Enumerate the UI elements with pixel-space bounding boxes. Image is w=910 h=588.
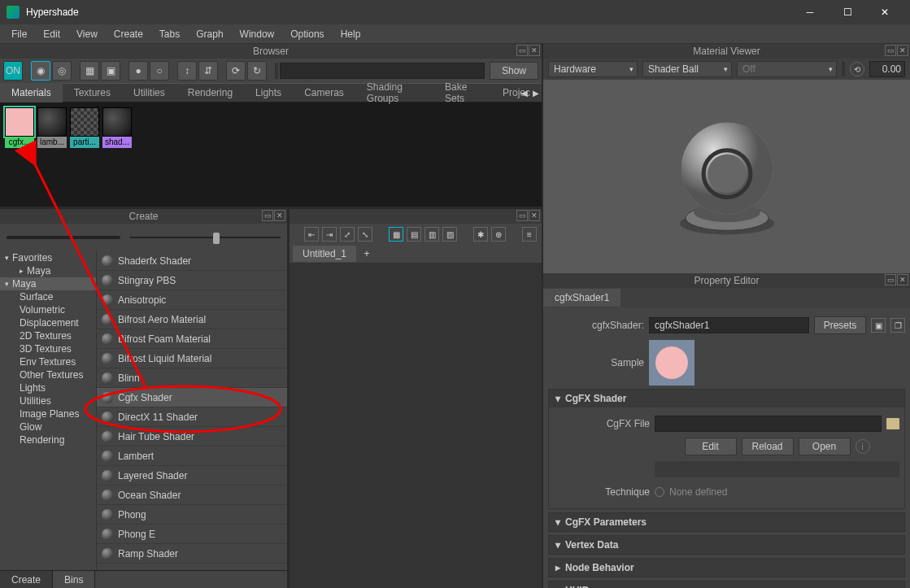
shader-item[interactable]: Hair Tube Shader bbox=[97, 427, 287, 446]
tree-item[interactable]: Other Textures bbox=[0, 368, 96, 381]
tab-textures[interactable]: Textures bbox=[63, 83, 122, 102]
section-node-behavior[interactable]: ▸Node Behavior bbox=[549, 559, 904, 577]
close-button[interactable]: ✕ bbox=[866, 0, 903, 24]
show-button[interactable]: Show bbox=[490, 62, 538, 80]
panel-undock-icon[interactable]: ▭ bbox=[885, 274, 896, 285]
panel-close-icon[interactable]: ✕ bbox=[897, 274, 908, 285]
tab-rendering[interactable]: Rendering bbox=[176, 83, 244, 102]
layout-1-icon[interactable]: ▦ bbox=[389, 227, 403, 242]
panel-undock-icon[interactable]: ▭ bbox=[885, 45, 896, 56]
shader-item[interactable]: Layered Shader bbox=[97, 466, 287, 486]
grid-small-icon[interactable]: ▦ bbox=[80, 61, 99, 81]
menu-window[interactable]: Window bbox=[232, 24, 283, 44]
panel-undock-icon[interactable]: ▭ bbox=[516, 45, 528, 56]
shader-item[interactable]: Cgfx Shader bbox=[97, 388, 287, 407]
tree-item[interactable]: 3D Textures bbox=[0, 342, 96, 355]
tree-item[interactable]: ▾Favorites bbox=[0, 251, 96, 264]
swatch-thumb[interactable] bbox=[70, 107, 99, 137]
swatch-particle[interactable]: parti... bbox=[70, 107, 99, 148]
connect-icon[interactable]: ⊕ bbox=[491, 227, 506, 242]
sphere-light-icon[interactable]: ○ bbox=[150, 61, 169, 81]
toggle-on-icon[interactable]: ON bbox=[3, 61, 23, 81]
shader-item[interactable]: DirectX 11 Shader bbox=[97, 407, 287, 427]
tree-item[interactable]: Utilities bbox=[0, 394, 96, 407]
shader-item[interactable]: Phong E bbox=[97, 525, 287, 544]
shader-item[interactable]: Shaderfx Shader bbox=[97, 251, 287, 271]
panel-undock-icon[interactable]: ▭ bbox=[262, 210, 273, 221]
tree-item[interactable]: ▾Maya bbox=[0, 277, 96, 290]
node-graph-area[interactable] bbox=[290, 263, 542, 588]
tab-bake-sets[interactable]: Bake Sets bbox=[433, 83, 491, 102]
tab-materials[interactable]: Materials bbox=[0, 83, 63, 102]
tree-item[interactable]: 2D Textures bbox=[0, 329, 96, 342]
size-slider[interactable] bbox=[130, 231, 281, 244]
panel-undock-icon[interactable]: ▭ bbox=[516, 210, 528, 221]
material-viewer[interactable] bbox=[543, 80, 910, 273]
tree-item[interactable]: Surface bbox=[0, 290, 96, 303]
menu-edit[interactable]: Edit bbox=[35, 24, 68, 44]
exposure-value[interactable]: 0.00 bbox=[869, 61, 905, 77]
open-button[interactable]: Open bbox=[799, 438, 851, 455]
reset-camera-icon[interactable]: ⟲ bbox=[850, 62, 864, 76]
section-cgfx-parameters[interactable]: ▾CgFX Parameters bbox=[549, 513, 904, 531]
grid-large-icon[interactable]: ▣ bbox=[101, 61, 120, 81]
tree-item[interactable]: Image Planes bbox=[0, 407, 96, 420]
copy-tab-icon[interactable]: ❐ bbox=[890, 318, 905, 333]
tree-item[interactable]: Lights bbox=[0, 381, 96, 394]
menu-tabs[interactable]: Tabs bbox=[151, 24, 188, 44]
tab-utilities[interactable]: Utilities bbox=[122, 83, 176, 102]
renderer-dropdown[interactable]: Hardware bbox=[548, 61, 638, 77]
add-node-icon[interactable]: ✱ bbox=[473, 227, 488, 242]
section-vertex-data[interactable]: ▾Vertex Data bbox=[549, 536, 904, 554]
sample-swatch[interactable] bbox=[649, 340, 694, 385]
info-icon[interactable]: i bbox=[856, 439, 870, 454]
shader-item[interactable]: Blinn bbox=[97, 368, 287, 388]
swatch-thumb[interactable] bbox=[37, 107, 67, 137]
menu-graph[interactable]: Graph bbox=[188, 24, 231, 44]
tree-item[interactable]: ▸Maya bbox=[0, 264, 96, 277]
panel-close-icon[interactable]: ✕ bbox=[897, 45, 908, 56]
section-cgfx-shader[interactable]: ▾CgFX Shader bbox=[549, 390, 904, 407]
presets-button[interactable]: Presets bbox=[814, 316, 866, 334]
swatch-thumb[interactable] bbox=[5, 107, 34, 137]
swatch-thumb[interactable] bbox=[102, 107, 132, 137]
section-uuid[interactable]: ▸UUID bbox=[549, 581, 904, 588]
shader-item[interactable]: Lambert bbox=[97, 446, 287, 466]
shader-item[interactable]: Phong bbox=[97, 505, 287, 525]
slider-knob-icon[interactable] bbox=[213, 233, 220, 244]
swatch-shader[interactable]: shad... bbox=[102, 107, 132, 148]
tree-item[interactable]: Rendering bbox=[0, 433, 96, 446]
shader-item[interactable]: Ramp Shader bbox=[97, 544, 287, 564]
edit-button[interactable]: Edit bbox=[685, 438, 737, 455]
add-tab-button[interactable]: + bbox=[359, 246, 374, 261]
menu-options[interactable]: Options bbox=[282, 24, 332, 44]
shader-item[interactable]: Stingray PBS bbox=[97, 271, 287, 290]
filter-icon[interactable]: ⇵ bbox=[198, 61, 218, 81]
search-input[interactable] bbox=[280, 63, 485, 79]
menu-file[interactable]: File bbox=[3, 24, 35, 44]
technique-radio[interactable] bbox=[655, 487, 664, 497]
graph-in-icon[interactable]: ⇤ bbox=[304, 227, 319, 242]
tree-item[interactable]: Env Textures bbox=[0, 355, 96, 368]
graph-tab[interactable]: Untitled_1 bbox=[293, 246, 356, 262]
view-mode-2-icon[interactable]: ◎ bbox=[52, 61, 72, 81]
browse-folder-icon[interactable] bbox=[886, 418, 899, 429]
shader-item[interactable]: Ocean Shader bbox=[97, 486, 287, 505]
graph-up-icon[interactable]: ⤢ bbox=[340, 227, 355, 242]
tab-scroll-right-icon[interactable]: ▶ bbox=[530, 85, 542, 101]
panel-close-icon[interactable]: ✕ bbox=[529, 45, 540, 56]
menu-create[interactable]: Create bbox=[106, 24, 151, 44]
graph-down-icon[interactable]: ⤡ bbox=[358, 227, 372, 242]
panel-close-icon[interactable]: ✕ bbox=[529, 210, 540, 221]
show-hide-icon[interactable]: ▣ bbox=[871, 318, 886, 333]
layout-4-icon[interactable]: ▧ bbox=[442, 227, 457, 242]
shader-item[interactable]: Bifrost Liquid Material bbox=[97, 349, 287, 368]
graph-out-icon[interactable]: ⇥ bbox=[322, 227, 337, 242]
minimize-button[interactable]: ─ bbox=[791, 0, 829, 24]
sphere-dark-icon[interactable]: ● bbox=[128, 61, 148, 81]
refresh-icon[interactable]: ⟳ bbox=[226, 61, 246, 81]
view-mode-1-icon[interactable]: ◉ bbox=[31, 61, 50, 81]
menu-help[interactable]: Help bbox=[333, 24, 369, 44]
environment-dropdown[interactable]: Off bbox=[737, 61, 837, 77]
tree-item[interactable]: Displacement bbox=[0, 316, 96, 329]
